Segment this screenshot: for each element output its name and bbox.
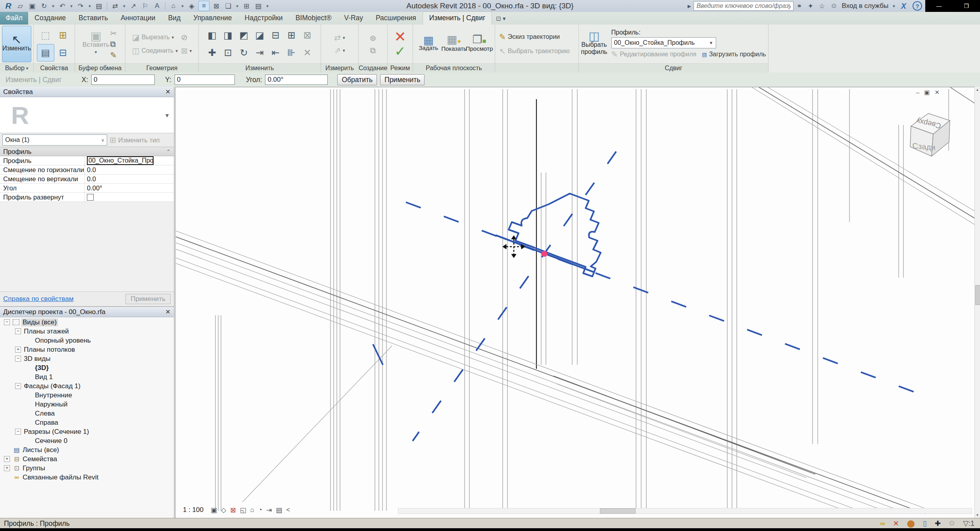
close-hidden-windows-icon[interactable]: ⊠ (211, 1, 221, 11)
viewcube-front-label[interactable]: Сзади (912, 141, 936, 152)
tab-vray[interactable]: V-Ray (338, 12, 369, 25)
redo-icon[interactable]: ↷ (75, 1, 86, 11)
expand-icon[interactable] (15, 328, 21, 334)
switch-windows-dropdown-icon[interactable]: ▾ (235, 1, 240, 11)
load-profile-button[interactable]: ⧈Загрузить профиль (702, 50, 766, 59)
view-close-icon[interactable]: ✕ (934, 89, 940, 96)
minimize-button[interactable]: — (936, 3, 942, 9)
unpin-icon[interactable]: ⊠ (300, 27, 315, 44)
measure-icon[interactable]: ⇄ (110, 1, 120, 11)
viewcube[interactable]: Сверху Сзади (908, 104, 959, 163)
tab-addins[interactable]: Надстройки (238, 12, 289, 25)
trim-extend-single-icon[interactable]: ⇤ (268, 44, 284, 61)
text-icon[interactable]: A (152, 1, 162, 11)
tab-annotate[interactable]: Аннотации (114, 12, 161, 25)
redo-dropdown-icon[interactable]: ▾ (87, 1, 92, 11)
collapse-arrow[interactable]: < (286, 506, 290, 514)
expand-icon[interactable] (15, 429, 21, 435)
offset-icon[interactable]: ◨ (220, 27, 236, 44)
tree-item-right[interactable]: Справа (0, 418, 174, 427)
properties-apply-button[interactable]: Применить (125, 294, 171, 304)
expand-icon[interactable] (15, 347, 21, 353)
undo-icon[interactable]: ↶ (57, 1, 67, 11)
tree-item-interior[interactable]: Внутренние (0, 391, 174, 400)
sketch-path-button[interactable]: ✎Эскиз траектории (499, 32, 560, 42)
split-element-icon[interactable]: ⊟ (268, 27, 284, 44)
revit-logo-icon[interactable]: R (3, 1, 13, 11)
save-icon[interactable]: ▣ (27, 1, 37, 11)
mirror-pick-axis-icon[interactable]: ◩ (236, 27, 252, 44)
tree-item-revit-links[interactable]: ∞Связанные файлы Revit (0, 473, 174, 482)
tree-item-views[interactable]: Виды (все) (0, 318, 174, 327)
search-icon[interactable]: ⚭ (796, 2, 802, 10)
vertical-offset-value[interactable]: 0.0 (85, 174, 174, 183)
search-input[interactable] (694, 1, 794, 11)
help-icon[interactable]: ? (913, 1, 922, 11)
invert-button[interactable]: Обратить (337, 74, 377, 85)
expand-icon[interactable] (4, 465, 10, 471)
apply-button[interactable]: Применить (380, 74, 425, 85)
tree-item-section0[interactable]: Сечение 0 (0, 436, 174, 445)
exchange-apps-icon[interactable]: X (901, 2, 906, 11)
user-icon[interactable]: ☺ (830, 2, 837, 10)
create-group-icon[interactable]: ⊛ (370, 33, 377, 43)
properties-palette-icon[interactable]: ▤ (37, 44, 54, 61)
sweep-path[interactable] (373, 151, 930, 441)
tree-item-ref-level[interactable]: Опорный уровень (0, 336, 174, 345)
panel-caption-select[interactable]: Выбор▾ (0, 63, 33, 73)
tab-bimobject[interactable]: BIMobject® (289, 12, 338, 25)
crop-view-icon[interactable]: ⊠ (230, 506, 236, 514)
angle-value[interactable]: 0.00° (85, 184, 174, 192)
join-geometry-button[interactable]: ◫Соединить▾ (132, 46, 178, 56)
profile-flipped-checkbox[interactable] (87, 194, 94, 201)
view-restore-icon[interactable]: ▣ (924, 89, 930, 96)
drawing-canvas[interactable]: – ▣ ✕ Сверху Сзади 1 : 100 ▣ ◇ ⊠ ◱ ⌂ ◔ ⇥… (176, 87, 974, 518)
set-workplane-button[interactable]: ▦ Задать (416, 37, 441, 51)
modify-button[interactable]: ↖ Изменить (2, 26, 31, 62)
undo-dropdown-icon[interactable]: ▾ (69, 1, 74, 11)
tab-insert[interactable]: Вставить (72, 12, 114, 25)
horizontal-scrollbar[interactable] (398, 508, 972, 514)
move-icon[interactable]: ✚ (204, 44, 220, 61)
finish-mode-icon[interactable]: ✓ (394, 44, 406, 58)
tab-create[interactable]: Создание (28, 12, 72, 25)
trim-extend-corner-icon[interactable]: ⇥ (252, 44, 268, 61)
customize-qat-icon[interactable]: ▾ (265, 1, 270, 11)
expand-icon[interactable] (4, 456, 10, 462)
y-input[interactable]: 0 (175, 75, 235, 85)
default-3d-view-icon[interactable]: ⌂ (168, 1, 179, 11)
paint-icon[interactable]: ⊘ (181, 33, 192, 42)
profile-value-input[interactable]: 00_Окно_Стойка_Профиль (87, 156, 154, 165)
tree-item-floor-plans[interactable]: Планы этажей (0, 327, 174, 336)
family-category-icon[interactable]: ⊟ (54, 44, 72, 61)
scroll-up-icon[interactable]: ▲ (975, 87, 980, 92)
measure-dropdown-icon[interactable]: ▾ (122, 1, 127, 11)
copy-element-icon[interactable]: ⊡ (220, 44, 236, 61)
signin-label[interactable]: Вход в службы (842, 2, 889, 10)
exclude-options-icon[interactable]: ✕ (893, 519, 899, 528)
close-icon[interactable]: ✕ (165, 308, 171, 316)
copy-icon[interactable]: ⧉ (110, 40, 117, 49)
pin-icon[interactable]: ⊪ (284, 44, 300, 61)
x-input[interactable]: 0 (91, 75, 155, 85)
scroll-down-icon[interactable]: ▼ (975, 512, 980, 518)
tree-item-exterior[interactable]: Наружный (0, 400, 174, 409)
tree-item-sheets[interactable]: ▤Листы (все) (0, 445, 174, 454)
ribbon-cycle-icon[interactable]: ⊡ ▾ (496, 15, 505, 25)
expand-icon[interactable] (15, 356, 21, 362)
restore-button[interactable]: ❐ (964, 3, 969, 9)
tab-modify-sweep[interactable]: Изменить | Сдвиг (423, 12, 492, 25)
align-icon[interactable]: ◧ (204, 27, 220, 44)
type-selector[interactable]: Окна (1) ∨ (2, 134, 107, 146)
parameter-group-header[interactable]: Профиль ⌃ (0, 147, 174, 156)
tile-windows-icon[interactable]: ⊞ (241, 1, 252, 11)
profile-select[interactable]: 00_Окно_Стойка_Профиль ▼ (611, 37, 716, 48)
chevron-down-icon[interactable]: ▼ (164, 112, 170, 119)
rotate-icon[interactable]: ↻ (236, 44, 252, 61)
cut-icon[interactable]: ✂ (110, 29, 117, 38)
show-crop-region-icon[interactable]: ◱ (240, 506, 246, 514)
visual-style-icon[interactable]: ▣ (211, 506, 217, 514)
workplane-viewer-button[interactable]: ❐■ Просмотр (467, 36, 492, 52)
synchronize-icon[interactable]: ↻ (39, 1, 49, 11)
tree-item-3d-views[interactable]: 3D виды (0, 354, 174, 363)
